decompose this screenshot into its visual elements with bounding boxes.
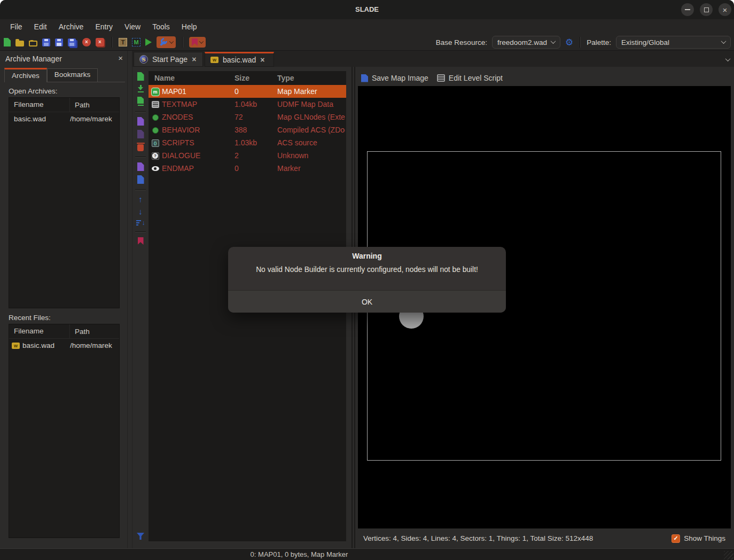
recent-file-path: /home/marek: [70, 341, 119, 349]
close-button[interactable]: ×: [719, 3, 731, 16]
new-entry-icon[interactable]: [137, 72, 144, 81]
base-resource-label: Base Resource:: [436, 38, 487, 46]
tab-start-page[interactable]: S Start Page ×: [134, 52, 203, 67]
tab-basic-wad[interactable]: w basic.wad ×: [205, 52, 274, 67]
table-row[interactable]: m MAP01 0 Map Marker: [149, 85, 346, 98]
entry-size: 1.04kb: [235, 98, 257, 111]
delete-icon[interactable]: [137, 144, 144, 151]
minimize-button[interactable]: [681, 3, 694, 16]
tab-list-chevron-icon[interactable]: [725, 56, 731, 61]
new-from-file-icon[interactable]: [137, 175, 144, 184]
table-row[interactable]: ? DIALOGUE 2 Unknown: [149, 149, 346, 162]
menu-help[interactable]: Help: [176, 22, 203, 31]
tab-close-icon[interactable]: ×: [260, 56, 264, 64]
status-bar: 0: MAP01, 0 bytes, Map Marker: [0, 548, 734, 560]
open-archive-icon[interactable]: [15, 41, 24, 46]
move-up-icon[interactable]: ↑: [138, 195, 143, 203]
column-filename[interactable]: Filename: [9, 324, 70, 338]
base-resource-dropdown[interactable]: freedoom2.wad: [492, 36, 560, 49]
dialog-message: No valid Node Builder is currently confi…: [228, 266, 506, 274]
menu-view[interactable]: View: [119, 22, 146, 31]
entry-size: 0: [235, 85, 239, 98]
recent-file-filename: basic.wad: [22, 341, 54, 349]
toolbar-separator: [182, 37, 183, 48]
menu-edit[interactable]: Edit: [28, 22, 53, 31]
texture-editor-icon[interactable]: T: [119, 38, 127, 46]
table-row[interactable]: BEHAVIOR 388 Compiled ACS (ZDoo: [149, 123, 346, 136]
rename-each-icon[interactable]: [137, 130, 144, 138]
table-row[interactable]: ZNODES 72 Map GLNodes (Exten: [149, 111, 346, 123]
column-path[interactable]: Path: [70, 101, 119, 109]
save-all-icon[interactable]: [68, 38, 76, 46]
toolbar-separator: [580, 37, 580, 48]
maximize-button[interactable]: [700, 3, 713, 16]
close-icon: ×: [723, 6, 728, 14]
list-item[interactable]: basic.wad /home/marek: [9, 112, 119, 126]
column-type[interactable]: Type: [277, 71, 294, 85]
window-title: SLADE: [0, 0, 734, 19]
sort-icon[interactable]: ↓: [136, 220, 145, 226]
column-path[interactable]: Path: [70, 328, 119, 336]
close-all-icon[interactable]: ×: [96, 38, 104, 46]
edit-level-script-button[interactable]: Edit Level Script: [437, 74, 503, 82]
archive-manager-close-icon[interactable]: ×: [118, 53, 123, 63]
tab-label: Start Page: [152, 55, 188, 64]
column-name[interactable]: Name: [154, 71, 175, 85]
rename-icon[interactable]: [137, 117, 144, 126]
slade-logo-icon: S: [139, 55, 148, 64]
entry-name: DIALOGUE: [162, 149, 200, 162]
map-toolbar: Save Map Image Edit Level Script: [357, 71, 731, 85]
entry-name: TEXTMAP: [162, 98, 197, 111]
menu-entry[interactable]: Entry: [89, 22, 119, 31]
column-filename[interactable]: Filename: [9, 98, 70, 112]
map-editor-icon[interactable]: M: [132, 38, 140, 46]
bookmark-button[interactable]: [189, 37, 206, 48]
entry-size: 72: [235, 111, 243, 123]
entry-size: 388: [235, 123, 247, 136]
export-icon[interactable]: [137, 162, 144, 171]
palette-dropdown[interactable]: Existing/Global: [616, 36, 731, 49]
ok-button-label: OK: [362, 298, 372, 306]
close-archive-icon[interactable]: ×: [82, 38, 91, 46]
entry-type: Compiled ACS (ZDoo: [277, 123, 345, 136]
move-down-icon[interactable]: ↓: [138, 207, 143, 215]
table-row[interactable]: TEXTMAP 1.04kb UDMF Map Data: [149, 98, 346, 111]
run-archive-icon[interactable]: [145, 38, 152, 46]
column-size[interactable]: Size: [235, 71, 249, 85]
table-row[interactable]: {} SCRIPTS 1.03kb ACS source: [149, 136, 346, 149]
open-directory-icon[interactable]: [29, 41, 37, 46]
archive-manager-panel: Archive Manager × Archives Bookmarks Ope…: [0, 51, 127, 548]
tab-close-icon[interactable]: ×: [192, 56, 196, 63]
show-things-checkbox[interactable]: ✓: [671, 534, 680, 543]
filter-icon[interactable]: [137, 533, 144, 540]
wrench-icon: [159, 38, 168, 46]
gear-icon[interactable]: ⚙: [565, 38, 573, 47]
resize-grip[interactable]: [724, 551, 733, 559]
tab-bookmarks[interactable]: Bookmarks: [47, 68, 98, 82]
list-item[interactable]: w basic.wad /home/marek: [9, 339, 119, 352]
recent-files-list: Filename Path w basic.wad /home/marek: [9, 324, 120, 538]
chevron-down-icon: [551, 38, 556, 44]
wad-file-icon: w: [210, 57, 218, 63]
minimize-icon: [685, 9, 690, 10]
entry-name: BEHAVIOR: [162, 123, 200, 136]
table-row[interactable]: ENDMAP 0 Marker: [149, 162, 346, 175]
panel-splitter[interactable]: [127, 51, 132, 548]
menu-tools[interactable]: Tools: [146, 22, 176, 31]
import-files-icon[interactable]: [137, 97, 144, 106]
save-map-image-button[interactable]: Save Map Image: [361, 74, 428, 82]
menu-archive[interactable]: Archive: [53, 22, 90, 31]
warning-dialog: Warning No valid Node Builder is current…: [228, 247, 506, 313]
menu-file[interactable]: File: [4, 22, 28, 31]
ok-button[interactable]: OK: [228, 290, 506, 313]
save-as-icon[interactable]: [55, 38, 63, 46]
map-marker-icon: m: [151, 88, 160, 96]
bookmark-icon[interactable]: [138, 237, 144, 245]
entry-name: SCRIPTS: [162, 136, 194, 149]
import-entry-icon[interactable]: [138, 85, 144, 92]
maintenance-button[interactable]: [157, 36, 176, 48]
save-icon[interactable]: [42, 38, 50, 46]
new-archive-icon[interactable]: [4, 38, 11, 46]
tab-archives[interactable]: Archives: [4, 68, 47, 82]
entry-type: ACS source: [277, 136, 345, 149]
